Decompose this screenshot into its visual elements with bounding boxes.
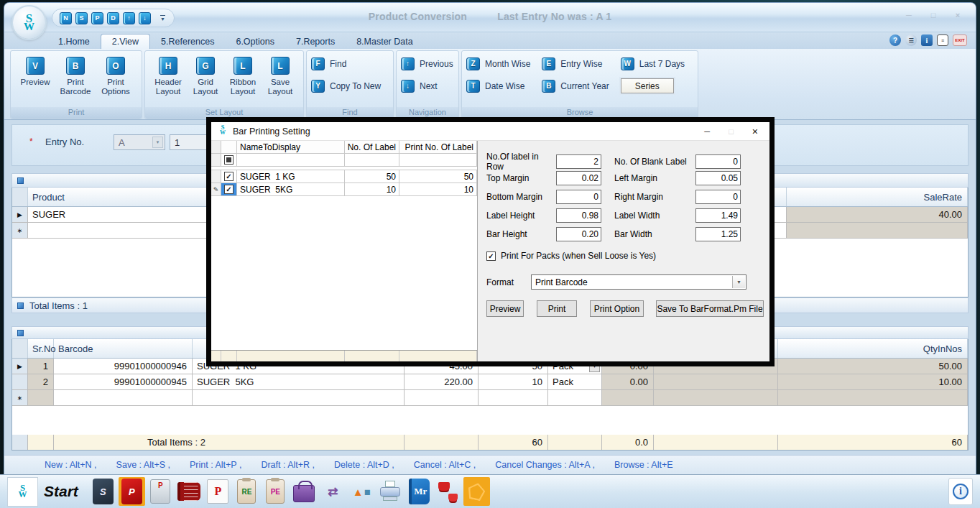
pe-clipboard-icon[interactable]: PE [262, 477, 289, 506]
no-of-label-in-row-field[interactable]: 2 [556, 154, 601, 169]
taskbar-logo-icon[interactable]: S W [7, 477, 38, 507]
tab-references[interactable]: 5.References [150, 34, 225, 49]
bar-width-field[interactable]: 1.25 [695, 227, 741, 241]
tab-options[interactable]: 6.Options [225, 34, 285, 49]
shapes-icon[interactable]: ▲ ◼ [348, 477, 375, 506]
shortcut-browse[interactable]: Browse : Alt+E [614, 460, 673, 470]
dialog-close-button[interactable]: × [752, 126, 758, 137]
tab-master-data[interactable]: 8.Master Data [346, 34, 424, 49]
ribbon-layout-button[interactable]: L Ribbon Layout [224, 54, 262, 107]
find-button[interactable]: F Find [311, 55, 389, 73]
labels-cell[interactable]: 50 [345, 170, 399, 183]
minimize-button[interactable]: ─ [902, 11, 915, 19]
empty-name-cell[interactable] [237, 154, 345, 166]
barcode-cell-empty[interactable] [54, 390, 193, 405]
row-checkbox[interactable]: ✓ [224, 185, 234, 194]
shortcut-new[interactable]: New : Alt+N , [45, 460, 97, 470]
billing-machine-icon[interactable]: P [147, 477, 174, 506]
dialog-titlebar[interactable]: S W Bar Printing Setting ─ □ × [211, 122, 769, 141]
col-header-no-of-label[interactable]: No. Of Label [345, 141, 399, 153]
col-header-barcode[interactable]: Barcode [54, 339, 193, 358]
last-7-days-button[interactable]: W Last 7 Days [621, 55, 685, 73]
name-cell[interactable]: SUGER 1 KG [237, 170, 345, 183]
info-icon[interactable]: i [921, 34, 933, 46]
barcode-cell[interactable]: 99901000000946 [54, 359, 193, 374]
previous-button[interactable]: ↑ Previous [401, 55, 454, 73]
shortcut-delete[interactable]: Delete : Alt+D , [334, 460, 394, 470]
qty-cell[interactable]: 10 [479, 374, 548, 389]
empty-num-cell[interactable] [399, 154, 477, 166]
print-option-button[interactable]: Print Option [590, 300, 644, 317]
grid-layout-button[interactable]: G Grid Layout [187, 54, 224, 107]
preview-dialog-button[interactable]: Preview [486, 300, 524, 317]
qty-cell-empty[interactable] [479, 390, 548, 405]
bar-height-field[interactable]: 0.20 [556, 227, 601, 241]
col-header-qtyinnos[interactable]: QtyInNos [778, 339, 968, 358]
format-combo[interactable]: Print Barcode ▼ [531, 274, 746, 290]
label-width-field[interactable]: 1.49 [695, 208, 741, 223]
maximize-button[interactable]: □ [927, 11, 940, 19]
col-header-salerate[interactable]: SaleRate [787, 188, 968, 206]
shopping-carts-icon[interactable] [435, 477, 461, 506]
name-cell-empty[interactable] [193, 390, 405, 405]
print-labels-cell[interactable]: 10 [399, 183, 477, 195]
print-barcode-button[interactable]: B Print Barcode [55, 54, 96, 107]
preview-button[interactable]: V Preview [15, 54, 55, 107]
shortcut-print[interactable]: Print : Alt+P , [190, 460, 241, 470]
select-all-checkbox[interactable] [224, 155, 234, 165]
series-button[interactable]: Series [621, 78, 674, 93]
close-button[interactable]: × [951, 11, 964, 19]
pack-cell[interactable]: Pack [548, 374, 602, 389]
col-header-srno[interactable]: Sr.No [28, 339, 54, 358]
name-cell[interactable]: SUGER 5KG [237, 183, 345, 195]
info-balloon-icon[interactable]: i [948, 478, 973, 505]
rate-cell-empty[interactable] [405, 390, 479, 405]
mr-book-icon[interactable]: Mr [406, 477, 433, 506]
right-margin-field[interactable]: 0 [695, 190, 741, 204]
labels-cell[interactable]: 10 [345, 183, 399, 195]
copy-to-new-button[interactable]: Y Copy To New [311, 77, 389, 95]
tab-view[interactable]: 2.View [101, 34, 150, 49]
header-layout-button[interactable]: H Header Layout [149, 54, 187, 107]
col-header-nametodisplay[interactable]: NameToDisplay [237, 141, 345, 153]
print-for-packs-checkbox[interactable]: ✓ [486, 251, 496, 261]
order-book-icon[interactable] [176, 477, 203, 506]
rate-cell[interactable]: 220.00 [405, 374, 479, 389]
barcode-cell[interactable]: 99901000000945 [54, 374, 193, 389]
notes-icon[interactable]: ≡ [937, 34, 948, 46]
save-to-barformat-button[interactable]: Save To BarFormat.Pm File [656, 300, 764, 317]
print-options-button[interactable]: O Print Options [96, 54, 136, 107]
help-icon[interactable]: ? [889, 34, 901, 46]
printer-icon[interactable] [377, 477, 404, 506]
dialog-minimize-button[interactable]: ─ [704, 127, 710, 136]
transfer-arrows-icon[interactable]: ⇄ [320, 477, 346, 506]
pack-cell-empty[interactable] [548, 390, 602, 405]
re-clipboard-icon[interactable]: RE [234, 477, 260, 506]
format-dropdown-icon[interactable]: ▼ [732, 276, 745, 288]
dialog-maximize-button[interactable]: □ [729, 127, 734, 136]
col-header-print-no-of-label[interactable]: Print No. Of Label [399, 141, 477, 153]
items-row-2[interactable]: 2 99901000000945 SUGER 5KG 220.00 10 Pac… [12, 374, 968, 390]
print-dialog-button[interactable]: Print [537, 300, 577, 317]
label-height-field[interactable]: 0.98 [556, 208, 601, 223]
sale-register-icon[interactable]: S [90, 477, 116, 506]
entry-wise-button[interactable]: E Entry Wise [542, 55, 609, 73]
exit-icon[interactable]: EXIT [953, 34, 967, 46]
row-checkbox[interactable]: ✓ [224, 172, 234, 181]
app-logo-icon[interactable]: S W [13, 6, 45, 39]
start-button[interactable]: Start [44, 483, 78, 500]
shortcut-cancel-changes[interactable]: Cancel Changes : Alt+A , [495, 460, 595, 470]
empty-num-cell[interactable] [345, 154, 399, 166]
toolbox-icon[interactable] [291, 477, 318, 506]
label-row-1[interactable]: ✓ SUGER 1 KG 50 50 [211, 170, 477, 183]
print-register-icon[interactable]: P [205, 477, 231, 506]
save-layout-button[interactable]: L Save Layout [262, 54, 299, 107]
forum-icon[interactable]: ☰ [905, 34, 917, 46]
pentagon-tile-icon[interactable] [463, 477, 490, 506]
name-cell[interactable]: SUGER 5KG [193, 374, 405, 389]
shortcut-save[interactable]: Save : Alt+S , [116, 460, 170, 470]
current-year-button[interactable]: B Current Year [542, 77, 609, 95]
date-wise-button[interactable]: T Date Wise [466, 77, 530, 95]
bottom-margin-field[interactable]: 0 [556, 190, 601, 204]
tab-home[interactable]: 1.Home [47, 34, 101, 49]
